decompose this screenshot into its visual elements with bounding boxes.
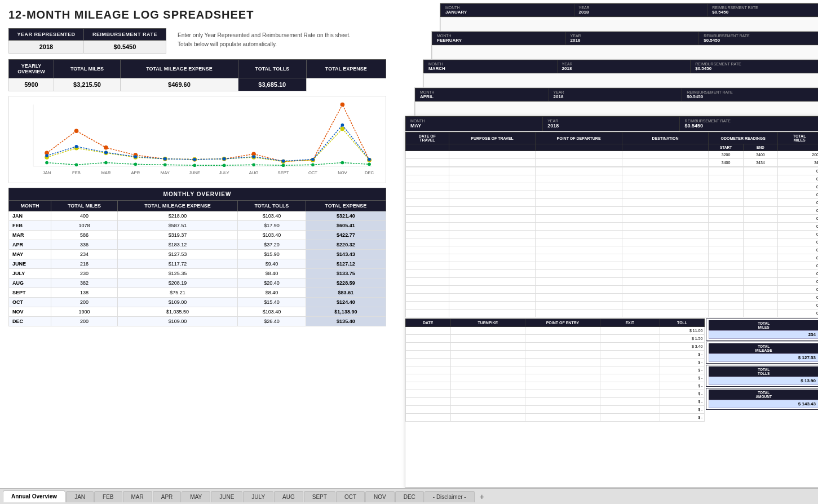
tab-oct[interactable]: OCT [336, 491, 365, 502]
svg-point-46 [282, 163, 285, 167]
svg-text:NOV: NOV [338, 170, 347, 175]
monthly-table: MONTHLY OVERVIEW MONTH TOTAL MILES TOTAL… [8, 188, 386, 326]
svg-point-40 [104, 161, 108, 165]
yearly-overview-label: YEARLYOVERVIEW [9, 60, 54, 78]
tab-apr[interactable]: APR [153, 491, 182, 502]
chart-svg: JAN FEB MAR APR MAY JUNE JULY AUG SEPT O… [12, 99, 383, 180]
svg-point-53 [134, 155, 138, 158]
svg-point-43 [193, 163, 196, 167]
svg-point-60 [341, 123, 344, 127]
chart-area: JAN FEB MAR APR MAY JUNE JULY AUG SEPT O… [8, 96, 386, 183]
svg-text:MAY: MAY [161, 170, 170, 175]
tab-mar[interactable]: MAR [123, 491, 152, 502]
svg-text:OCT: OCT [308, 170, 317, 175]
total-expense-col-header: TOTAL EXPENSE [306, 201, 386, 211]
svg-point-48 [341, 161, 344, 165]
instructions: Enter only Year Represented and Reimburs… [178, 28, 351, 54]
col-total-miles: TOTAL MILES [54, 60, 121, 78]
rate-value: $0.5450 [83, 41, 166, 54]
svg-point-15 [74, 129, 79, 133]
svg-point-49 [368, 162, 371, 166]
svg-point-42 [163, 163, 167, 166]
col-total-mileage-expense: TOTAL MILEAGE EXPENSE [121, 60, 238, 78]
svg-point-47 [311, 163, 315, 166]
year-label: YEAR REPRESENTED [9, 29, 84, 41]
tab-disclaimer[interactable]: - Disclaimer - [425, 491, 475, 502]
svg-point-45 [252, 163, 255, 166]
tab-may[interactable]: MAY [182, 491, 210, 502]
svg-point-44 [223, 163, 226, 167]
svg-text:AUG: AUG [249, 170, 259, 175]
svg-text:APR: APR [131, 170, 140, 175]
svg-point-39 [75, 163, 78, 166]
tab-annual-overview[interactable]: Annual Overview [3, 490, 65, 502]
yearly-total-mileage: $3,215.50 [54, 78, 121, 91]
svg-point-51 [75, 145, 78, 148]
svg-text:JULY: JULY [219, 170, 229, 175]
svg-point-56 [223, 157, 226, 161]
svg-point-59 [311, 158, 315, 161]
tab-bar: Annual Overview JAN FEB MAR APR MAY JUNE… [0, 488, 818, 504]
add-sheet-button[interactable]: + [475, 491, 489, 502]
svg-point-38 [45, 161, 48, 165]
total-mileage-col-header: TOTAL MILEAGE EXPENSE [117, 201, 237, 211]
svg-text:SEPT: SEPT [278, 170, 289, 175]
svg-text:DEC: DEC [365, 170, 374, 175]
svg-point-16 [104, 145, 108, 150]
rate-label: REIMBURSEMENT RATE [83, 29, 166, 41]
svg-point-41 [134, 162, 138, 166]
svg-text:FEB: FEB [72, 170, 81, 175]
year-rate-table: YEAR REPRESENTED REIMBURSEMENT RATE 2018… [8, 28, 166, 54]
svg-point-55 [193, 158, 196, 161]
may-sheet: MONTH MAY YEAR 2018 REIMBURSEMENT RATE $… [405, 116, 818, 488]
yearly-total-expense: $3,685.10 [238, 78, 306, 91]
tab-sept[interactable]: SEPT [304, 491, 335, 502]
monthly-overview-header: MONTHLY OVERVIEW [9, 188, 386, 201]
total-miles-col-header: TOTAL MILES [51, 201, 118, 211]
right-panel: MONTH JANUARY YEAR 2018 REIMBURSEMENT RA… [395, 0, 818, 488]
total-tolls-col-header: TOTAL TOLLS [238, 201, 306, 211]
month-col-header: MONTH [9, 201, 51, 211]
svg-point-58 [282, 160, 285, 163]
tab-aug[interactable]: AUG [274, 491, 303, 502]
main-container: 12-MONTH MILEAGE LOG SPREADSHEET YEAR RE… [0, 0, 818, 504]
svg-point-52 [104, 151, 108, 154]
svg-point-54 [163, 157, 167, 161]
page-title: 12-MONTH MILEAGE LOG SPREADSHEET [8, 8, 386, 21]
svg-point-61 [368, 158, 371, 161]
tab-july[interactable]: JULY [243, 491, 273, 502]
svg-text:JUNE: JUNE [189, 170, 200, 175]
svg-point-57 [252, 155, 255, 158]
year-value: 2018 [9, 41, 84, 54]
info-section: YEAR REPRESENTED REIMBURSEMENT RATE 2018… [8, 28, 386, 54]
svg-point-24 [341, 103, 345, 107]
svg-point-36 [341, 127, 345, 131]
tab-jan[interactable]: JAN [66, 491, 94, 502]
tab-june[interactable]: JUNE [211, 491, 242, 502]
svg-point-50 [45, 154, 48, 157]
yearly-total-tolls: $469.60 [121, 78, 238, 91]
svg-text:MAR: MAR [101, 170, 110, 175]
col-total-expense: TOTAL EXPENSE [306, 60, 386, 78]
svg-text:JAN: JAN [43, 170, 51, 175]
yearly-overview-table: YEARLYOVERVIEW TOTAL MILES TOTAL MILEAGE… [8, 59, 386, 91]
spreadsheet-area: 12-MONTH MILEAGE LOG SPREADSHEET YEAR RE… [0, 0, 818, 488]
tab-feb[interactable]: FEB [94, 491, 122, 502]
yearly-total-miles: 5900 [9, 78, 54, 91]
tab-dec[interactable]: DEC [395, 491, 424, 502]
col-total-tolls: TOTAL TOLLS [238, 60, 306, 78]
tab-nov[interactable]: NOV [365, 491, 395, 502]
left-panel: 12-MONTH MILEAGE LOG SPREADSHEET YEAR RE… [0, 0, 395, 488]
